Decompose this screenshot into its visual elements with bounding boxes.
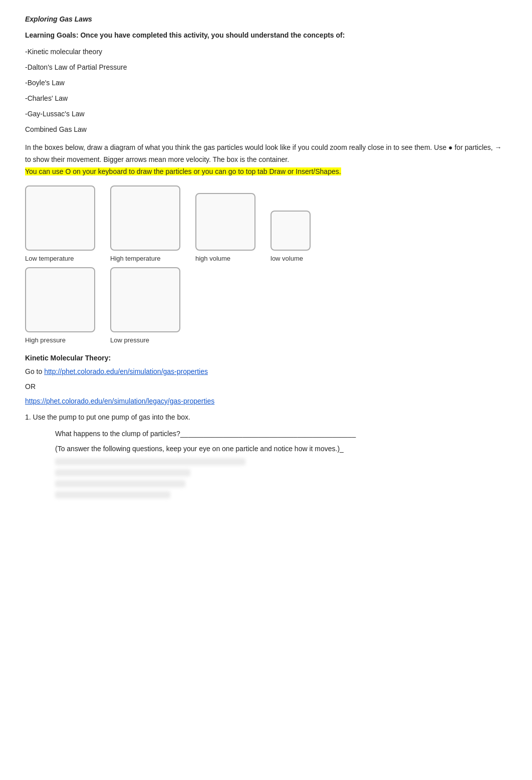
diagram-high-pressure: High pressure: [25, 267, 95, 344]
label-low-pressure: Low pressure: [110, 336, 149, 344]
bullet-list: -Kinetic molecular theory -Dalton's Law …: [25, 47, 507, 135]
bullet-1: -Kinetic molecular theory: [25, 47, 507, 57]
box-high-temp: [110, 185, 180, 251]
blurred-line-2: [55, 469, 190, 476]
diagrams-row-2: High pressure Low pressure: [25, 267, 507, 344]
box-low-volume: [271, 211, 311, 251]
label-high-volume: high volume: [195, 255, 230, 262]
goto-line: Go to http://phet.colorado.edu/en/simula…: [25, 366, 507, 377]
box-low-pressure: [110, 267, 180, 332]
question2: (To answer the following questions, keep…: [55, 443, 507, 454]
diagram-low-temp: Low temperature: [25, 185, 95, 262]
label-high-temp: High temperature: [110, 255, 160, 262]
bullet-3: -Boyle's Law: [25, 78, 507, 88]
blurred-line-4: [55, 491, 170, 498]
question1: What happens to the clump of particles?_…: [55, 428, 507, 439]
label-low-temp: Low temperature: [25, 255, 74, 262]
box-high-volume: [195, 193, 255, 251]
diagrams-row-1: Low temperature High temperature high vo…: [25, 185, 507, 262]
diagram-low-volume: low volume: [271, 211, 311, 262]
box-high-pressure: [25, 267, 95, 332]
learning-goals-text: Once you have completed this activity, y…: [79, 31, 345, 39]
diagram-high-temp: High temperature: [110, 185, 180, 262]
label-high-pressure: High pressure: [25, 336, 66, 344]
learning-goals: Learning Goals: Once you have completed …: [25, 30, 507, 41]
bullet-6: Combined Gas Law: [25, 124, 507, 135]
instructions-highlight: You can use O on your keyboard to draw t…: [25, 167, 341, 175]
blurred-line-1: [55, 458, 245, 465]
blurred-line-3: [55, 480, 185, 487]
diagram-low-pressure: Low pressure: [110, 267, 180, 344]
step1: 1. Use the pump to put one pump of gas i…: [25, 412, 507, 423]
diagram-high-volume: high volume: [195, 193, 255, 262]
link1[interactable]: http://phet.colorado.edu/en/simulation/g…: [44, 367, 208, 375]
bullet-4: -Charles' Law: [25, 93, 507, 104]
bullet-5: -Gay-Lussac's Law: [25, 109, 507, 119]
instructions-normal: In the boxes below, draw a diagram of wh…: [25, 143, 502, 163]
box-low-temp: [25, 185, 95, 251]
instructions: In the boxes below, draw a diagram of wh…: [25, 142, 507, 177]
goto-label: Go to: [25, 367, 44, 375]
or-label: OR: [25, 382, 507, 391]
bullet-2: -Dalton's Law of Partial Pressure: [25, 62, 507, 73]
label-low-volume: low volume: [271, 255, 303, 262]
page-title: Exploring Gas Laws: [25, 15, 507, 23]
kinetic-heading: Kinetic Molecular Theory:: [25, 354, 507, 362]
link2[interactable]: https://phet.colorado.edu/en/simulation/…: [25, 397, 214, 405]
learning-goals-label: Learning Goals:: [25, 31, 79, 39]
link2-line: https://phet.colorado.edu/en/simulation/…: [25, 396, 507, 407]
